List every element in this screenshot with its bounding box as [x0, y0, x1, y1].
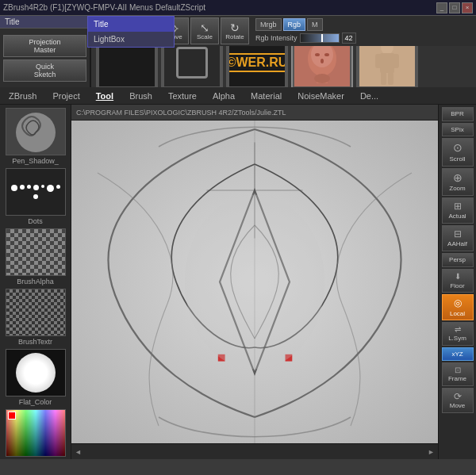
- actual-label: Actual: [448, 213, 466, 220]
- rotate-button[interactable]: ↻ Rotate: [221, 17, 249, 44]
- dot-3: [27, 185, 31, 189]
- tool-thumb-imageplane[interactable]: ©WER.RU ImagePlane: [226, 46, 288, 87]
- menu-project[interactable]: Project: [47, 89, 85, 103]
- bottom-bar: ◄ ►: [71, 443, 438, 459]
- scroll-right[interactable]: ►: [428, 448, 435, 456]
- tool-thumb-1[interactable]: .: [96, 46, 158, 87]
- dropdown-lightbox[interactable]: LightBox: [88, 32, 174, 47]
- title-label[interactable]: Title: [0, 16, 90, 29]
- svg-rect-11: [381, 72, 386, 85]
- svg-rect-10: [393, 54, 399, 68]
- flatcolor-preview-container[interactable]: [6, 349, 66, 396]
- menu-brush[interactable]: Brush: [124, 89, 158, 103]
- zoom-button[interactable]: ⊕ Zoom: [442, 168, 474, 196]
- tool-thumb-2[interactable]: .: [161, 46, 223, 87]
- titlebar-buttons: _ □ ×: [436, 2, 473, 13]
- m-button[interactable]: M: [307, 18, 323, 31]
- cwer-logo: ©WER.RU: [229, 53, 285, 72]
- floor-button[interactable]: ⬇ Floor: [442, 269, 474, 293]
- tool-thumb-img-demosoldier: [359, 46, 415, 86]
- move-right-button[interactable]: ⟳ Move: [442, 388, 474, 413]
- lsym-button[interactable]: ⇌ L.Sym: [442, 322, 474, 346]
- zoom-icon: ⊕: [453, 171, 463, 185]
- menu-bar: ZBrush Project Tool Brush Texture Alpha …: [0, 87, 476, 105]
- canvas-svg: [71, 121, 438, 443]
- top-area: Title Title LightBox Projection Master Q…: [0, 16, 476, 87]
- tools-row: . . ©WER.RU ImagePlane: [91, 46, 476, 87]
- rgb-button[interactable]: Rgb: [283, 18, 306, 31]
- brushtextr-img: [6, 289, 65, 335]
- menu-tool[interactable]: Tool: [90, 89, 119, 103]
- close-button[interactable]: ×: [462, 2, 473, 13]
- scroll-left[interactable]: ◄: [75, 448, 82, 456]
- scroll-icon: ⊙: [453, 141, 463, 155]
- sidebar-brushalpha: BrushAlpha: [3, 228, 67, 285]
- bpr-button[interactable]: BPR: [442, 107, 474, 121]
- intensity-value: 42: [342, 33, 356, 44]
- canvas-viewport[interactable]: [71, 121, 438, 443]
- demohead-svg: [294, 46, 350, 86]
- scroll-button[interactable]: ⊙ Scroll: [442, 138, 474, 166]
- frame-button[interactable]: ⊡ Frame: [442, 362, 474, 386]
- menu-more[interactable]: De...: [355, 89, 384, 103]
- sidebar-dots: Dots: [3, 168, 67, 225]
- color-picker[interactable]: [6, 409, 66, 457]
- flatcolor-label: Flat_Color: [19, 398, 52, 406]
- tool-thumb-demohead[interactable]: DemoHead.ZTL: [291, 46, 353, 87]
- svg-rect-9: [375, 54, 382, 68]
- menu-noisemaker[interactable]: NoiseMaker: [292, 89, 350, 103]
- svg-point-5: [324, 53, 329, 56]
- brushtextr-preview-container[interactable]: [6, 289, 66, 336]
- projection-master-button[interactable]: Projection Master: [3, 35, 86, 57]
- tool-thumb-img-1: [99, 46, 155, 86]
- tool-thumb-demosoldier[interactable]: DemoSoldier.ZTL: [356, 46, 418, 87]
- flatcolor-img: [16, 353, 56, 393]
- pen-shadow-label: Pen_Shadow_: [12, 157, 59, 165]
- brushalpha-label: BrushAlpha: [17, 278, 54, 285]
- brushalpha-img: [6, 229, 65, 275]
- quick-sketch-button[interactable]: Quick Sketch: [3, 59, 86, 82]
- svg-point-4: [315, 53, 320, 56]
- intensity-slider[interactable]: [300, 33, 340, 43]
- tool-thumb-img-imageplane: ©WER.RU: [229, 46, 285, 86]
- svg-rect-8: [380, 53, 394, 73]
- local-button[interactable]: ◎ Local: [442, 294, 474, 320]
- minimize-button[interactable]: _: [436, 2, 447, 13]
- maximize-button[interactable]: □: [449, 2, 460, 13]
- svg-rect-12: [388, 72, 393, 85]
- spix-button[interactable]: SPix: [442, 123, 474, 137]
- demosoldier-svg: [359, 46, 415, 86]
- actual-icon: ⊞: [454, 201, 462, 212]
- mrgb-button[interactable]: Mrgb: [255, 18, 282, 31]
- intensity-row: Rgb Intensity 42: [255, 33, 356, 44]
- menu-material[interactable]: Material: [245, 89, 287, 103]
- aahalf-icon: ⊟: [454, 228, 462, 239]
- dots-preview[interactable]: [6, 168, 66, 216]
- tool-thumb-img-demohead: [294, 46, 350, 86]
- persp-button[interactable]: Persp: [442, 253, 474, 267]
- local-label: Local: [450, 310, 465, 318]
- left-top-panel: Title Title LightBox Projection Master Q…: [0, 16, 91, 87]
- pen-shadow-preview[interactable]: [6, 108, 66, 155]
- brushtextr-label: BrushTextr: [18, 338, 52, 346]
- dots-label: Dots: [28, 217, 43, 225]
- sidebar-gradient: Gradient: [3, 409, 67, 459]
- brushalpha-preview[interactable]: [6, 228, 66, 276]
- actual-button[interactable]: ⊞ Actual: [442, 197, 474, 224]
- local-icon: ◎: [454, 297, 462, 308]
- menu-zbrush[interactable]: ZBrush: [3, 89, 42, 103]
- dot-4: [33, 185, 39, 190]
- spiral-svg: [8, 110, 63, 154]
- dropdown-title[interactable]: Title: [88, 17, 174, 32]
- aahalf-button[interactable]: ⊟ AAHalf: [442, 225, 474, 251]
- dots-container: [6, 182, 65, 202]
- left-sidebar: Pen_Shadow_ Dots: [0, 105, 71, 459]
- title-bar: ZBrush4R2b (F1)[ZYWQ-FMPV-AII Menus Defa…: [0, 0, 476, 16]
- menu-alpha[interactable]: Alpha: [207, 89, 240, 103]
- menu-texture[interactable]: Texture: [163, 89, 202, 103]
- scale-button[interactable]: ⤡ Scale: [190, 17, 219, 44]
- xyz-button[interactable]: xYZ: [442, 347, 474, 362]
- dot-1: [11, 185, 17, 191]
- dot-8: [33, 194, 38, 199]
- titlebar-text: ZBrush4R2b (F1)[ZYWQ-FMPV-AII Menus Defa…: [3, 3, 436, 12]
